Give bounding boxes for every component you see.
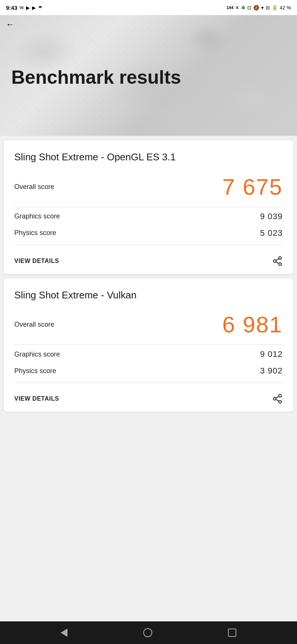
sim-icon: ⊟: [266, 5, 270, 11]
battery-icon: 🔋: [272, 5, 278, 11]
graphics-score-row-vulkan: Graphics score 9 012: [14, 349, 283, 359]
back-button[interactable]: ←: [0, 15, 18, 34]
view-details-vulkan[interactable]: VIEW DETAILS: [14, 395, 59, 402]
status-time: 9:43: [6, 5, 17, 11]
physics-score-row-opengl: Physics score 5 023: [14, 228, 283, 238]
nav-recent-button[interactable]: [228, 629, 236, 637]
card-footer-vulkan: VIEW DETAILS: [14, 390, 283, 404]
view-details-opengl[interactable]: VIEW DETAILS: [14, 258, 59, 264]
graphics-value-vulkan: 9 012: [260, 349, 283, 359]
physics-value-vulkan: 3 902: [260, 366, 283, 376]
svg-line-9: [276, 397, 279, 398]
overall-label-vulkan: Overall score: [14, 321, 54, 329]
page-title: Benchmark results: [11, 67, 181, 88]
card-footer-opengl: VIEW DETAILS: [14, 253, 283, 266]
share-icon-opengl[interactable]: [272, 256, 283, 266]
status-bar: 9:43 ✉ ▶ ▶ ☂ 144 ✕ ✲ ⊡ 🔕 ▾ ⊟ 🔋 42 %: [0, 0, 297, 15]
overall-value-opengl: 7 675: [222, 174, 283, 200]
card-vulkan-title: Sling Shot Extreme - Vulkan: [14, 289, 283, 301]
divider-3: [14, 344, 283, 345]
physics-label-vulkan: Physics score: [14, 367, 56, 375]
play-icon: ▶: [26, 5, 30, 11]
card-opengl: Sling Shot Extreme - OpenGL ES 3.1 Overa…: [4, 140, 293, 274]
card-vulkan: Sling Shot Extreme - Vulkan Overall scor…: [4, 278, 293, 412]
svg-line-8: [276, 400, 279, 401]
battery-pct: 42 %: [280, 5, 291, 11]
spacer: [0, 519, 297, 621]
status-right: 144 ✕ ✲ ⊡ 🔕 ▾ ⊟ 🔋 42 %: [227, 5, 291, 11]
overall-score-row-opengl: Overall score 7 675: [14, 174, 283, 200]
svg-line-4: [276, 258, 279, 260]
divider-4: [14, 383, 283, 383]
graphics-label-opengl: Graphics score: [14, 212, 60, 220]
divider-2: [14, 245, 283, 245]
svg-line-3: [276, 261, 279, 263]
card-opengl-title: Sling Shot Extreme - OpenGL ES 3.1: [14, 151, 283, 163]
main-content: Sling Shot Extreme - OpenGL ES 3.1 Overa…: [0, 136, 297, 519]
hz-icon: 144: [227, 5, 233, 10]
record-icon: ⊡: [247, 5, 251, 11]
graphics-score-row-opengl: Graphics score 9 039: [14, 212, 283, 221]
graphics-label-vulkan: Graphics score: [14, 350, 60, 358]
nav-home-button[interactable]: [143, 628, 152, 637]
graphics-value-opengl: 9 039: [260, 212, 283, 221]
nav-back-button[interactable]: [61, 629, 67, 637]
status-left: 9:43 ✉ ▶ ▶ ☂: [6, 5, 43, 11]
overall-score-row-vulkan: Overall score 6 981: [14, 312, 283, 338]
x-icon: ✕: [235, 5, 239, 11]
youtube-icon: ▶: [32, 5, 36, 11]
bluetooth-icon: ✲: [241, 5, 245, 11]
overall-value-vulkan: 6 981: [222, 312, 283, 338]
hero-title-container: Benchmark results: [0, 34, 297, 136]
mail-icon: ✉: [20, 5, 24, 11]
physics-value-opengl: 5 023: [260, 228, 283, 238]
hero-section: ← Benchmark results: [0, 15, 297, 136]
physics-score-row-vulkan: Physics score 3 902: [14, 366, 283, 376]
umbrella-icon: ☂: [38, 5, 43, 11]
mute-icon: 🔕: [253, 5, 259, 11]
overall-label-opengl: Overall score: [14, 183, 54, 191]
wifi-icon: ▾: [261, 5, 264, 11]
bottom-nav: [0, 621, 297, 644]
divider-1: [14, 207, 283, 207]
share-icon-vulkan[interactable]: [272, 393, 283, 404]
physics-label-opengl: Physics score: [14, 229, 56, 237]
